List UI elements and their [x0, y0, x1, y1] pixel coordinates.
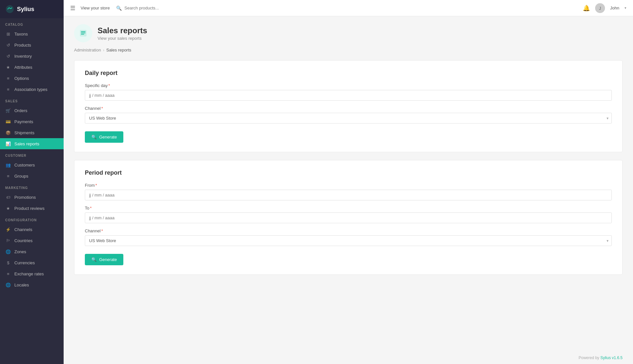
- sidebar-item-product-reviews[interactable]: ★ Product reviews: [0, 203, 64, 214]
- sidebar-item-payments[interactable]: 💳 Payments: [0, 116, 64, 127]
- sidebar-label-promotions: Promotions: [14, 195, 36, 200]
- sidebar-item-promotions[interactable]: 🏷 Promotions: [0, 192, 64, 203]
- avatar: J: [595, 3, 605, 13]
- page-header: Sales reports View your sales reports: [74, 24, 623, 42]
- period-generate-label: Generate: [99, 257, 117, 262]
- period-channel-select[interactable]: US Web Store EU Web Store: [85, 235, 612, 246]
- association-types-icon: ≡: [5, 86, 11, 92]
- period-channel-label: Channel*: [85, 228, 612, 233]
- sidebar-label-association-types: Association types: [14, 87, 47, 92]
- user-name[interactable]: John: [610, 6, 619, 10]
- user-menu-chevron-icon[interactable]: ▾: [625, 6, 626, 10]
- sidebar-label-orders: Orders: [14, 108, 27, 113]
- sidebar-label-channels: Channels: [14, 227, 32, 232]
- breadcrumb: Administration › Sales reports: [74, 48, 623, 52]
- to-label: To*: [85, 206, 612, 211]
- product-reviews-icon: ★: [5, 205, 11, 211]
- from-input[interactable]: [85, 190, 612, 200]
- sidebar-item-countries[interactable]: 🏳 Countries: [0, 235, 64, 246]
- svg-rect-6: [81, 34, 84, 35]
- currencies-icon: $: [5, 260, 11, 266]
- sidebar-item-groups[interactable]: ≡ Groups: [0, 170, 64, 182]
- daily-generate-label: Generate: [99, 135, 117, 139]
- required-star: *: [108, 83, 110, 88]
- sidebar-item-orders[interactable]: 🛒 Orders: [0, 105, 64, 116]
- countries-icon: 🏳: [5, 238, 11, 243]
- sidebar-item-attributes[interactable]: ★ Attributes: [0, 62, 64, 73]
- sidebar-label-products: Products: [14, 43, 31, 48]
- main-area: ☰ View your store 🔍 🔔 J John ▾: [64, 0, 633, 364]
- daily-report-title: Daily report: [85, 70, 612, 77]
- zones-icon: 🌐: [5, 249, 11, 255]
- sidebar-label-payments: Payments: [14, 119, 33, 124]
- page-icon: [74, 24, 92, 42]
- menu-icon[interactable]: ☰: [70, 5, 75, 12]
- period-report-card: Period report From* To* Channel*: [74, 160, 623, 275]
- sidebar-item-products[interactable]: ↺ Products: [0, 39, 64, 51]
- exchange-rates-icon: ≡: [5, 271, 11, 277]
- catalog-section-label: CATALOG: [0, 18, 64, 28]
- footer-text: Powered by: [579, 356, 600, 360]
- specific-day-input[interactable]: [85, 90, 612, 101]
- period-channel-required-star: *: [101, 228, 103, 233]
- to-input[interactable]: [85, 212, 612, 223]
- sidebar-item-exchange-rates[interactable]: ≡ Exchange rates: [0, 268, 64, 279]
- breadcrumb-parent[interactable]: Administration: [74, 48, 101, 52]
- sidebar-item-locales[interactable]: 🌐 Locales: [0, 279, 64, 290]
- from-required-star: *: [95, 183, 97, 188]
- groups-icon: ≡: [5, 173, 11, 179]
- sidebar-item-association-types[interactable]: ≡ Association types: [0, 84, 64, 95]
- daily-channel-label: Channel*: [85, 106, 612, 111]
- svg-point-0: [6, 5, 14, 13]
- search-icon: 🔍: [116, 6, 122, 11]
- promotions-icon: 🏷: [5, 194, 11, 200]
- sidebar-item-zones[interactable]: 🌐 Zones: [0, 246, 64, 257]
- shipments-icon: 📦: [5, 130, 11, 136]
- from-label: From*: [85, 183, 612, 188]
- sidebar-label-shipments: Shipments: [14, 130, 34, 135]
- sylius-logo-icon: [5, 5, 14, 14]
- sidebar-item-shipments[interactable]: 📦 Shipments: [0, 127, 64, 138]
- sidebar-item-customers[interactable]: 👥 Customers: [0, 159, 64, 170]
- sidebar-item-channels[interactable]: ⚡ Channels: [0, 224, 64, 235]
- channels-icon: ⚡: [5, 226, 11, 232]
- period-report-title: Period report: [85, 169, 612, 176]
- page-title: Sales reports: [98, 26, 147, 35]
- sidebar-item-taxons[interactable]: ⊞ Taxons: [0, 28, 64, 39]
- daily-generate-button[interactable]: 🔍 Generate: [85, 131, 123, 143]
- payments-icon: 💳: [5, 119, 11, 124]
- taxons-icon: ⊞: [5, 31, 11, 37]
- customer-section-label: CUSTOMER: [0, 149, 64, 159]
- to-required-star: *: [90, 206, 92, 211]
- period-generate-button[interactable]: 🔍 Generate: [85, 254, 123, 265]
- sidebar-item-currencies[interactable]: $ Currencies: [0, 257, 64, 268]
- svg-rect-4: [81, 31, 85, 32]
- topbar: ☰ View your store 🔍 🔔 J John ▾: [64, 0, 633, 16]
- sidebar-label-inventory: Inventory: [14, 54, 32, 59]
- options-icon: ≡: [5, 75, 11, 81]
- attributes-icon: ★: [5, 64, 11, 70]
- period-channel-select-wrap: US Web Store EU Web Store ▾: [85, 235, 612, 246]
- daily-channel-select[interactable]: US Web Store EU Web Store: [85, 113, 612, 124]
- page-title-block: Sales reports View your sales reports: [98, 26, 147, 41]
- bell-icon[interactable]: 🔔: [583, 5, 590, 12]
- from-field: From*: [85, 183, 612, 200]
- required-star-channel: *: [101, 106, 103, 111]
- orders-icon: 🛒: [5, 108, 11, 113]
- sidebar-item-sales-reports[interactable]: 📊 Sales reports: [0, 138, 64, 149]
- search-input[interactable]: [124, 6, 247, 10]
- page-subtitle: View your sales reports: [98, 36, 147, 41]
- content-area: Sales reports View your sales reports Ad…: [64, 16, 633, 352]
- svg-rect-5: [81, 33, 85, 33]
- sidebar-item-options[interactable]: ≡ Options: [0, 73, 64, 84]
- sidebar-logo[interactable]: Sylius: [0, 0, 64, 18]
- sidebar-label-exchange-rates: Exchange rates: [14, 271, 44, 276]
- footer-link[interactable]: Sylius v1.6.5: [600, 356, 623, 360]
- sidebar-item-inventory[interactable]: ↺ Inventory: [0, 51, 64, 62]
- to-field: To*: [85, 206, 612, 223]
- specific-day-label: Specific day*: [85, 83, 612, 88]
- view-store-link[interactable]: View your store: [81, 6, 110, 10]
- sidebar-label-taxons: Taxons: [14, 32, 28, 36]
- sidebar: Sylius CATALOG ⊞ Taxons ↺ Products ↺ Inv…: [0, 0, 64, 364]
- sidebar-label-attributes: Attributes: [14, 65, 32, 70]
